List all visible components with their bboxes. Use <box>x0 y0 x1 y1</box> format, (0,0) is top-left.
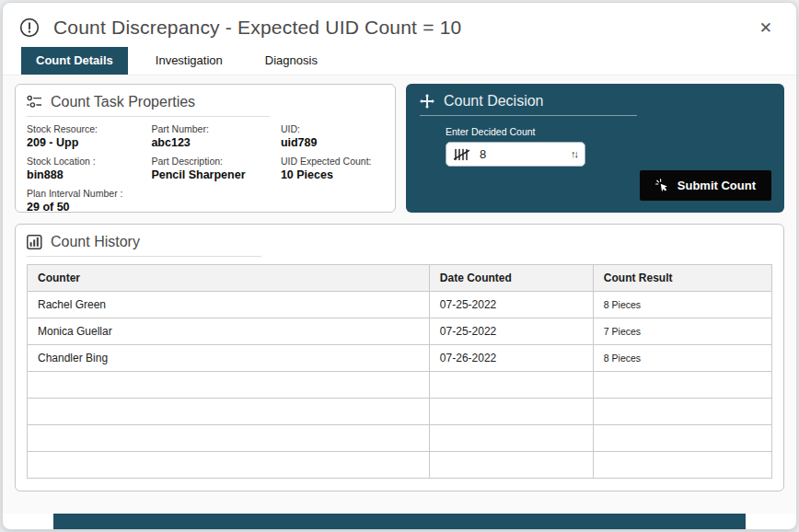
decided-count-input[interactable]: ↑↓ <box>446 142 585 167</box>
table-cell: Chandler Bing <box>28 345 430 372</box>
table-row: Chandler Bing 07-26-2022 8 Pieces <box>28 345 772 372</box>
column-count-result: Count Result <box>593 265 771 292</box>
card-title: Count Decision <box>444 93 544 110</box>
card-title: Count Task Properties <box>51 94 195 110</box>
count-history-card: Count History Counter Date Counted Count… <box>15 224 784 492</box>
task-properties-icon <box>27 95 42 110</box>
table-cell <box>593 399 771 425</box>
count-task-properties-card: Count Task Properties Stock Resource: 20… <box>15 84 396 213</box>
tally-icon <box>454 148 469 161</box>
field-label: Part Description: <box>151 156 272 167</box>
table-row <box>28 425 772 452</box>
table-cell: 8 Pieces <box>593 345 771 372</box>
table-row: Rachel Green 07-25-2022 8 Pieces <box>28 292 772 318</box>
table-cell: 07-25-2022 <box>429 292 593 318</box>
decided-count-label: Enter Decided Count <box>446 126 770 137</box>
move-arrows-icon <box>420 94 435 110</box>
tab-bar: Count Details Investigation Diagnosis <box>3 47 796 75</box>
table-cell <box>28 425 430 452</box>
field-part-description: Part Description: Pencil Sharpener <box>151 156 272 181</box>
submit-count-label: Submit Count <box>677 179 756 192</box>
tab-investigation[interactable]: Investigation <box>141 47 237 75</box>
count-task-properties-header: Count Task Properties <box>27 92 270 117</box>
table-cell: 07-26-2022 <box>429 345 593 372</box>
table-cell <box>429 452 593 479</box>
field-value: Pencil Sharpener <box>151 168 272 181</box>
field-label: UID Expected Count: <box>281 156 384 167</box>
field-part-number: Part Number: abc123 <box>151 123 272 149</box>
table-header-row: Counter Date Counted Count Result <box>28 265 772 292</box>
field-uid: UID: uid789 <box>281 123 384 149</box>
table-cell <box>28 399 430 425</box>
column-date-counted: Date Counted <box>429 265 593 292</box>
stepper-arrows-icon[interactable]: ↑↓ <box>571 149 577 159</box>
field-value: 29 of 50 <box>27 201 144 214</box>
count-history-table: Counter Date Counted Count Result Rachel… <box>27 264 772 479</box>
close-icon[interactable]: ✕ <box>756 18 776 38</box>
decided-count-field[interactable] <box>478 146 562 162</box>
table-cell <box>593 452 771 479</box>
table-cell <box>593 372 771 399</box>
field-value: 10 Pieces <box>281 168 384 181</box>
field-label: Plan Interval Number : <box>27 188 144 199</box>
field-label: UID: <box>281 123 384 134</box>
table-cell <box>429 399 593 425</box>
table-row <box>28 452 772 479</box>
top-row: Count Task Properties Stock Resource: 20… <box>15 84 784 213</box>
field-value: bin888 <box>27 168 144 181</box>
field-value: uid789 <box>281 136 384 149</box>
table-row: Monica Guellar 07-25-2022 7 Pieces <box>28 318 772 345</box>
table-cell: 8 Pieces <box>593 292 771 318</box>
count-decision-card: Count Decision Enter Decided Count <box>406 84 784 213</box>
table-cell <box>429 425 593 452</box>
field-value: abc123 <box>151 136 272 149</box>
field-uid-expected-count: UID Expected Count: 10 Pieces <box>281 156 384 181</box>
table-cell <box>28 452 430 479</box>
bar-chart-icon <box>27 235 42 250</box>
table-cell <box>593 425 771 452</box>
field-stock-location: Stock Location : bin888 <box>27 156 144 181</box>
field-plan-interval-number: Plan Interval Number : 29 of 50 <box>27 188 144 214</box>
content-area: Count Task Properties Stock Resource: 20… <box>3 75 796 514</box>
field-stock-resource: Stock Resource: 209 - Upp <box>27 123 144 149</box>
count-history-header: Count History <box>27 232 261 257</box>
column-counter: Counter <box>28 265 430 292</box>
count-decision-header: Count Decision <box>420 91 637 116</box>
alert-info-icon <box>19 17 40 38</box>
tab-diagnosis[interactable]: Diagnosis <box>250 47 332 75</box>
field-label: Stock Location : <box>27 156 144 167</box>
count-discrepancy-dialog: Count Discrepancy - Expected UID Count =… <box>2 2 797 530</box>
field-label: Part Number: <box>151 123 272 134</box>
field-label: Stock Resource: <box>27 123 144 134</box>
card-title: Count History <box>51 234 140 250</box>
tab-count-details[interactable]: Count Details <box>21 47 128 75</box>
field-value: 209 - Upp <box>27 136 144 149</box>
click-icon <box>655 179 668 192</box>
table-cell <box>429 372 593 399</box>
submit-count-button[interactable]: Submit Count <box>640 170 771 201</box>
footer-bar <box>53 514 746 529</box>
table-cell: 7 Pieces <box>593 318 771 345</box>
table-cell <box>28 372 430 399</box>
table-row <box>28 372 772 399</box>
dialog-title: Count Discrepancy - Expected UID Count =… <box>53 17 742 39</box>
table-cell: Rachel Green <box>28 292 430 318</box>
table-cell: Monica Guellar <box>28 318 430 345</box>
table-cell: 07-25-2022 <box>429 318 593 345</box>
table-row <box>28 399 772 425</box>
properties-grid: Stock Resource: 209 - Upp Part Number: a… <box>27 123 384 214</box>
dialog-header: Count Discrepancy - Expected UID Count =… <box>3 3 796 47</box>
